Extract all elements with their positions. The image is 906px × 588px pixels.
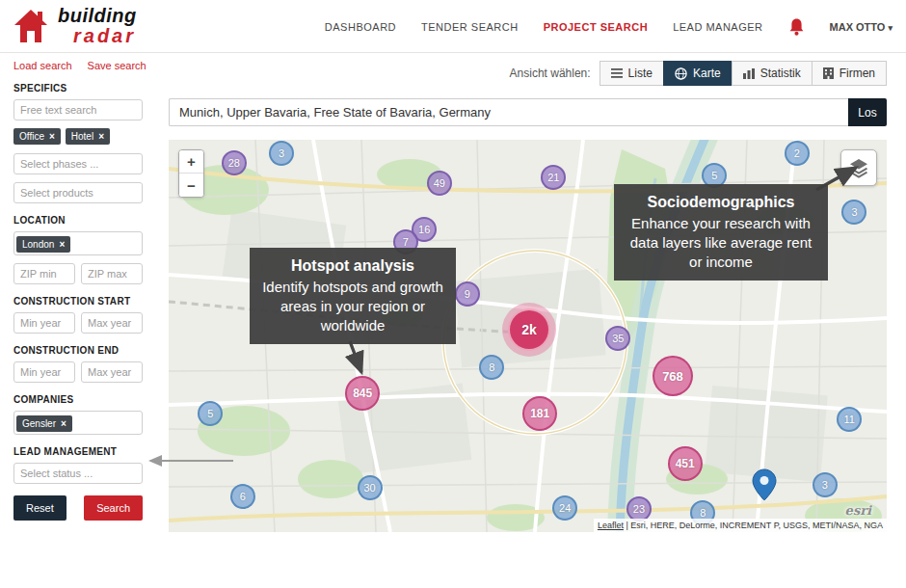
construction-end-section: CONSTRUCTION END [13,345,143,383]
view-switcher-label: Ansicht wählen: [510,67,591,80]
bar-chart-icon [743,68,755,79]
zoom-out-button[interactable]: − [179,174,203,197]
house-logo-icon [12,7,50,45]
specifics-section: SPECIFICS Office× Hotel× [13,83,143,203]
map-cluster-marker[interactable]: 49 [427,171,452,196]
remove-tag-icon[interactable]: × [98,132,104,142]
attribution-sources: | Esri, HERE, DeLorme, INCREMENT P, USGS… [626,521,883,530]
sociodemographics-tooltip: Sociodemographics Enhance your research … [614,184,828,281]
hotspot-analysis-tooltip: Hotspot analysis Identify hotspots and g… [250,248,456,344]
logo[interactable]: building radar [12,6,137,46]
geo-search-input[interactable] [169,98,848,126]
map-cluster-marker[interactable]: 768 [653,356,693,396]
map-cluster-marker[interactable]: 3 [269,141,294,166]
reset-button[interactable]: Reset [13,495,67,521]
view-statistik-button[interactable]: Statistik [732,61,813,86]
hotspot-tooltip-body: Identify hotspots and growth areas in yo… [261,278,444,334]
view-liste-button[interactable]: Liste [600,61,664,86]
chevron-down-icon: ▾ [888,23,893,33]
map-cluster-marker[interactable]: 23 [626,496,652,521]
save-search-link[interactable]: Save search [88,60,147,71]
construction-end-max-input[interactable] [81,361,143,383]
location-pin-icon[interactable] [752,468,777,501]
nav-project-search[interactable]: PROJECT SEARCH [544,21,648,33]
view-karte-button[interactable]: Karte [663,61,733,86]
map-cluster-marker[interactable]: 3 [813,472,838,497]
location-tags-box[interactable]: London× [13,231,143,255]
zoom-in-button[interactable]: + [179,150,203,174]
view-switcher-row: Ansicht wählen: Liste Karte Statistik Fi… [169,60,887,87]
search-button[interactable]: Search [84,495,143,521]
user-menu[interactable]: MAX OTTO ▾ [830,21,893,33]
map-cluster-marker[interactable]: 9 [455,281,480,307]
filter-tag-gensler[interactable]: Gensler× [16,415,72,432]
map-cluster-marker[interactable]: 35 [605,326,630,351]
nav-dashboard[interactable]: DASHBOARD [325,21,396,33]
leaflet-link[interactable]: Leaflet [598,521,624,530]
select-products-input[interactable] [13,182,143,203]
map-attribution: Leaflet | Esri, HERE, DeLorme, INCREMENT… [594,519,887,532]
map-cluster-marker[interactable]: 8 [479,355,504,380]
filter-tag-hotel[interactable]: Hotel× [66,128,110,145]
construction-start-section: CONSTRUCTION START [13,296,143,334]
search-links-row: Load search Save search [13,60,143,71]
nav-tender-search[interactable]: TENDER SEARCH [421,21,519,33]
map-cluster-marker[interactable]: 21 [541,165,566,190]
load-search-link[interactable]: Load search [13,60,72,71]
layers-control-button[interactable] [840,149,877,186]
building-icon [823,67,834,79]
location-title: LOCATION [13,215,143,226]
view-firmen-button[interactable]: Firmen [812,61,887,86]
geo-search-row: Los [169,98,887,126]
remove-tag-icon[interactable]: × [59,240,65,250]
specifics-title: SPECIFICS [13,83,143,94]
map[interactable]: 2834921523167982k35768181845451563023113… [169,140,887,532]
sociodemographics-tooltip-title: Sociodemographics [626,194,816,211]
geo-search-submit-button[interactable]: Los [848,98,887,126]
map-cluster-marker[interactable]: 30 [358,475,383,500]
globe-icon [675,67,687,80]
logo-text-building: building [58,6,137,26]
select-phases-input[interactable] [13,153,143,174]
map-cluster-marker[interactable]: 6 [230,484,255,509]
esri-watermark: esri [845,503,871,518]
zip-min-input[interactable] [13,263,75,284]
sociodemographics-tooltip-body: Enhance your research with data layers l… [626,214,816,271]
filter-tag-london[interactable]: London× [16,236,70,253]
view-switcher: Liste Karte Statistik Firmen [600,61,887,86]
select-status-input[interactable] [13,463,143,484]
map-cluster-marker[interactable]: 3 [841,200,866,225]
layers-icon [847,156,870,179]
construction-start-max-input[interactable] [81,312,143,334]
hotspot-tooltip-title: Hotspot analysis [261,257,444,275]
location-section: LOCATION London× [13,215,143,284]
construction-start-min-input[interactable] [13,312,75,334]
map-cluster-marker[interactable]: 845 [345,376,380,411]
map-cluster-marker[interactable]: 5 [198,401,223,426]
map-cluster-marker[interactable]: 11 [837,407,862,432]
map-cluster-marker[interactable]: 24 [552,495,577,521]
list-icon [611,68,623,78]
map-cluster-marker[interactable]: 28 [222,150,247,175]
remove-tag-icon[interactable]: × [61,419,67,429]
construction-end-title: CONSTRUCTION END [13,345,143,356]
companies-section: COMPANIES Gensler× [13,394,143,435]
filter-sidebar: Load search Save search SPECIFICS Office… [13,60,143,521]
map-cluster-marker[interactable]: 2k [508,308,550,351]
main-content: Ansicht wählen: Liste Karte Statistik Fi… [169,60,887,532]
filter-tag-office[interactable]: Office× [13,128,61,145]
map-cluster-marker[interactable]: 181 [522,396,557,431]
zoom-control: + − [178,149,204,198]
map-cluster-marker[interactable]: 2 [785,141,810,166]
construction-end-min-input[interactable] [13,361,75,383]
remove-tag-icon[interactable]: × [49,132,55,142]
nav-lead-manager[interactable]: LEAD MANAGER [673,21,762,33]
gensler-pointer-arrow [141,451,237,470]
zip-max-input[interactable] [81,263,143,284]
companies-tags-box[interactable]: Gensler× [13,411,143,435]
main-nav: DASHBOARD TENDER SEARCH PROJECT SEARCH L… [325,0,893,53]
map-cluster-marker[interactable]: 451 [668,446,703,481]
logo-text-radar: radar [73,26,137,46]
notifications-bell-icon[interactable] [788,17,805,37]
free-text-search-input[interactable] [13,99,143,120]
